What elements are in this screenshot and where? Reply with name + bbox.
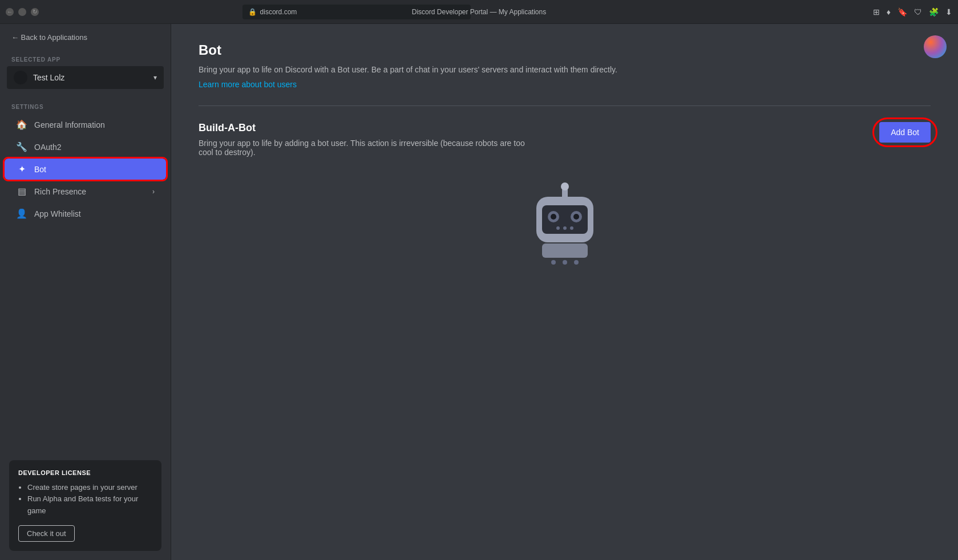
svg-point-4 (551, 214, 556, 220)
add-bot-button[interactable]: Add Bot (879, 122, 931, 143)
developer-license-list: Create store pages in your server Run Al… (18, 482, 152, 517)
bookmark-icon[interactable]: 🔖 (898, 7, 907, 17)
section-divider (199, 105, 931, 106)
lock-icon: 🔒 (248, 8, 257, 16)
forward-button[interactable]: → (18, 8, 26, 16)
developer-license-title: DEVELOPER LICENSE (18, 469, 152, 476)
sidebar-item-oauth2[interactable]: 🔧 OAuth2 (5, 136, 166, 157)
url-text: discord.com (260, 8, 297, 16)
build-a-bot-description: Bring your app to life by adding a bot u… (199, 139, 541, 157)
sidebar-item-app-whitelist[interactable]: 👤 App Whitelist (5, 203, 166, 224)
wrench-icon: 🔧 (16, 141, 27, 152)
avatar-image (924, 35, 947, 58)
robot-svg (519, 180, 611, 271)
svg-point-5 (573, 214, 579, 220)
back-to-applications-link[interactable]: ← Back to Applications (0, 24, 171, 51)
back-button[interactable]: ← (6, 8, 14, 16)
svg-point-13 (563, 260, 567, 265)
home-icon: 🏠 (16, 119, 27, 130)
download-icon[interactable]: ⬇ (945, 7, 952, 17)
check-it-out-button[interactable]: Check it out (18, 525, 75, 542)
sidebar-item-bot[interactable]: ✦ Bot (5, 159, 166, 180)
robot-illustration (199, 180, 931, 271)
svg-point-8 (570, 226, 573, 230)
nav-label-bot: Bot (34, 165, 46, 174)
browser-toolbar: ⊞ ♦ 🔖 🛡 🧩 ⬇ (873, 7, 952, 17)
bot-puzzle-icon: ✦ (16, 164, 27, 175)
sidebar-item-rich-presence[interactable]: ▤ Rich Presence › (5, 181, 166, 202)
sidebar-item-general-information[interactable]: 🏠 General Information (5, 114, 166, 135)
main-content: Bot Bring your app to life on Discord wi… (171, 24, 958, 560)
page-subtitle: Bring your app to life on Discord with a… (199, 64, 931, 76)
browser-title: Discord Developer Portal — My Applicatio… (412, 8, 546, 16)
sidebar-footer: DEVELOPER LICENSE Create store pages in … (0, 451, 171, 560)
page-title: Bot (199, 42, 931, 58)
build-a-bot-section: Build-A-Bot Bring your app to life by ad… (199, 122, 931, 157)
developer-license-card: DEVELOPER LICENSE Create store pages in … (9, 460, 161, 551)
build-a-bot-title: Build-A-Bot (199, 122, 541, 134)
svg-point-14 (574, 260, 579, 265)
app-name: Test Lolz (33, 73, 148, 82)
nav-label-oauth2: OAuth2 (34, 143, 61, 152)
svg-point-12 (551, 260, 556, 265)
chevron-down-icon: ▾ (153, 74, 157, 82)
svg-point-7 (563, 226, 567, 230)
app-avatar (14, 71, 27, 84)
shield-icon[interactable]: 🛡 (914, 7, 922, 17)
settings-label: SETTINGS (0, 98, 171, 113)
puzzle-icon[interactable]: 🧩 (929, 7, 939, 17)
refresh-button[interactable]: ↻ (31, 8, 39, 16)
selected-app-label: SELECTED APP (0, 51, 171, 66)
build-a-bot-text: Build-A-Bot Bring your app to life by ad… (199, 122, 541, 157)
extension-icon-2[interactable]: ♦ (887, 7, 891, 17)
svg-point-6 (556, 226, 560, 230)
learn-more-link[interactable]: Learn more about bot users (199, 80, 297, 89)
svg-point-10 (561, 182, 569, 190)
add-bot-button-wrapper: Add Bot (879, 122, 931, 143)
nav-label-rich-presence: Rich Presence (34, 187, 86, 196)
license-bullet-2: Run Alpha and Beta tests for your game (27, 493, 152, 517)
chevron-right-icon: › (152, 188, 155, 196)
user-avatar[interactable] (924, 35, 947, 58)
extension-icon-1[interactable]: ⊞ (873, 7, 880, 17)
nav-label-app-whitelist: App Whitelist (34, 209, 81, 218)
app-selector[interactable]: Test Lolz ▾ (7, 66, 164, 89)
whitelist-icon: 👤 (16, 208, 27, 219)
browser-chrome: ← → ↻ 🔒 discord.com Discord Developer Po… (0, 0, 958, 24)
license-bullet-1: Create store pages in your server (27, 482, 152, 494)
svg-rect-11 (542, 244, 588, 258)
sidebar: ← Back to Applications SELECTED APP Test… (0, 24, 171, 560)
nav-label-general-information: General Information (34, 120, 105, 129)
rich-presence-icon: ▤ (16, 186, 27, 197)
